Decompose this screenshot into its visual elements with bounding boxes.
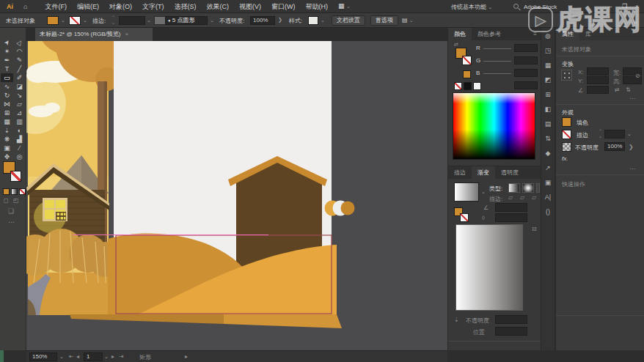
pathfinder-panel-icon[interactable]: ◧ — [545, 106, 552, 114]
zoom-caret-icon[interactable]: ⌄ — [59, 354, 64, 360]
paragraph-panel-icon[interactable]: () — [546, 208, 550, 216]
blend-tool[interactable]: ◐ — [13, 126, 26, 135]
stroke-caret-icon[interactable]: ⌄ — [83, 18, 87, 23]
edit-toolbar-icon[interactable]: ⋯ — [8, 218, 15, 226]
none-mode-button[interactable] — [19, 188, 26, 195]
props-opacity-icon[interactable] — [562, 142, 571, 152]
draw-behind-icon[interactable]: ◰ — [13, 197, 19, 204]
flip-vertical-icon[interactable]: ⇅ — [626, 86, 631, 93]
tab-close-icon[interactable]: × — [125, 31, 129, 37]
window-maximize-button[interactable]: ❐ — [622, 3, 627, 10]
rotate-tool[interactable]: ↻ — [1, 91, 13, 100]
canvas-area[interactable] — [26, 41, 447, 350]
image-trace-panel-icon[interactable]: ⇅ — [545, 135, 551, 143]
window-minimize-button[interactable]: – — [609, 3, 612, 10]
tab-gradient[interactable]: 渐变 — [472, 166, 495, 179]
artboards-panel-icon[interactable]: ▤ — [545, 120, 552, 128]
style-swatch[interactable] — [308, 16, 318, 25]
props-opacity-more-icon[interactable]: ❯ — [629, 144, 634, 150]
line-segment-tool[interactable]: ╱ — [13, 64, 26, 73]
flip-horizontal-icon[interactable]: ⇄ — [615, 86, 620, 93]
channel-field-g[interactable] — [514, 56, 538, 64]
white-swatch[interactable] — [473, 82, 481, 90]
home-icon[interactable]: ⌂ — [18, 0, 32, 13]
fill-caret-icon[interactable]: ⌄ — [61, 18, 65, 23]
stroke-color-swatch[interactable] — [69, 16, 81, 25]
fx-button[interactable]: fx. — [562, 155, 568, 162]
next-artboard-icon[interactable]: ▸ — [111, 353, 114, 360]
gradient-mode-button[interactable] — [11, 188, 18, 195]
width-tool[interactable]: ⋈ — [1, 100, 13, 108]
color-panel-icon[interactable]: ◍ — [545, 32, 551, 40]
opacity-field[interactable]: 100% — [250, 16, 275, 25]
props-stroke-field[interactable] — [604, 130, 625, 138]
document-setup-button[interactable]: 文档设置 — [332, 15, 365, 26]
tab-properties[interactable]: 属性 — [556, 28, 579, 40]
stroke-stepper[interactable]: ⌃⌄ — [111, 15, 115, 26]
color-spectrum[interactable] — [453, 92, 535, 160]
eyedropper-tool[interactable]: ⇣ — [1, 126, 13, 135]
menu-window[interactable]: 窗口(W) — [266, 0, 301, 13]
gradient-stroke-proxy[interactable] — [460, 213, 469, 222]
menu-object[interactable]: 对象(O) — [104, 0, 137, 13]
props-stroke-caret-icon[interactable]: ⌄ — [627, 131, 632, 137]
artboard-tool[interactable]: ▣ — [1, 144, 13, 152]
dock-collapse-icon[interactable]: » — [634, 19, 637, 26]
layout-grid-icon[interactable]: ▦ ⌄ — [333, 0, 356, 13]
hex-field[interactable] — [514, 81, 538, 89]
symbol-sprayer-tool[interactable]: ❋ — [1, 135, 13, 144]
tab-color[interactable]: 颜色 — [448, 28, 472, 40]
artboard[interactable] — [114, 41, 332, 314]
links-panel-icon[interactable]: ▣ — [545, 179, 552, 187]
channel-slider-b[interactable] — [483, 73, 511, 74]
gradient-location-field[interactable] — [495, 327, 527, 336]
transform-more-icon[interactable]: ⋯ — [629, 95, 635, 102]
artboard-number-field[interactable]: 1 — [84, 352, 103, 361]
style-caret-icon[interactable]: ⌄ — [321, 18, 325, 23]
channel-field-b[interactable] — [514, 69, 538, 77]
channel-field-r[interactable] — [514, 44, 538, 52]
free-transform-tool[interactable]: ▱ — [13, 100, 26, 108]
scale-tool[interactable]: ↘ — [13, 91, 26, 100]
eraser-tool[interactable]: ◪ — [13, 82, 26, 91]
shaper-tool[interactable]: ∿ — [1, 82, 13, 91]
menu-edit[interactable]: 编辑(E) — [72, 0, 104, 13]
column-graph-tool[interactable]: ▟ — [13, 135, 26, 144]
tab-libraries[interactable]: 库 — [579, 28, 597, 40]
guide-line[interactable] — [73, 234, 268, 235]
delete-stop-icon[interactable]: ⊟ — [532, 226, 537, 232]
type-tool[interactable]: T — [1, 64, 13, 73]
menu-type[interactable]: 文字(T) — [137, 0, 169, 13]
stroke-weight-field[interactable] — [119, 16, 145, 25]
app-logo[interactable]: Ai — [0, 0, 18, 13]
menu-help[interactable]: 帮助(H) — [300, 0, 333, 13]
constrain-proportions-icon[interactable]: ⊘ — [635, 73, 640, 79]
gradient-slider[interactable] — [455, 224, 523, 311]
menu-select[interactable]: 选择(S) — [169, 0, 201, 13]
hand-tool[interactable]: ✥ — [1, 152, 13, 161]
none-swatch[interactable] — [454, 82, 462, 90]
menu-file[interactable]: 文件(F) — [40, 0, 72, 13]
freeform-gradient-button[interactable] — [536, 183, 540, 193]
x-field[interactable] — [587, 67, 609, 75]
gradient-aspect-field[interactable] — [495, 213, 527, 222]
stock-label[interactable]: Adobe Stock — [524, 4, 557, 10]
black-swatch[interactable] — [464, 82, 472, 90]
artboard-caret-icon[interactable]: ⌄ — [104, 354, 109, 360]
radial-gradient-button[interactable] — [522, 183, 534, 193]
zoom-level-field[interactable]: 150% — [29, 352, 57, 361]
channel-slider-r[interactable] — [483, 48, 511, 49]
angle-field[interactable] — [587, 86, 609, 94]
tab-color-guide[interactable]: 颜色参考 — [472, 28, 507, 40]
brush-definition-field[interactable]: ● 5 点圆形 — [165, 16, 208, 25]
props-stroke-swatch[interactable] — [562, 130, 571, 139]
gradient-opacity-field[interactable] — [495, 315, 527, 324]
asset-export-panel-icon[interactable]: ↗ — [545, 164, 551, 172]
gradient-thumb-caret-icon[interactable]: ⌄ — [481, 189, 486, 195]
brushes-panel-icon[interactable]: ◳ — [545, 47, 552, 55]
align-panel-icon[interactable]: ⊞ — [545, 91, 551, 99]
prev-artboard-icon[interactable]: ◂ — [76, 353, 79, 360]
mesh-tool[interactable]: ▦ — [1, 117, 13, 126]
perspective-grid-tool[interactable]: ⊿ — [13, 108, 26, 117]
linear-gradient-button[interactable] — [508, 183, 520, 193]
